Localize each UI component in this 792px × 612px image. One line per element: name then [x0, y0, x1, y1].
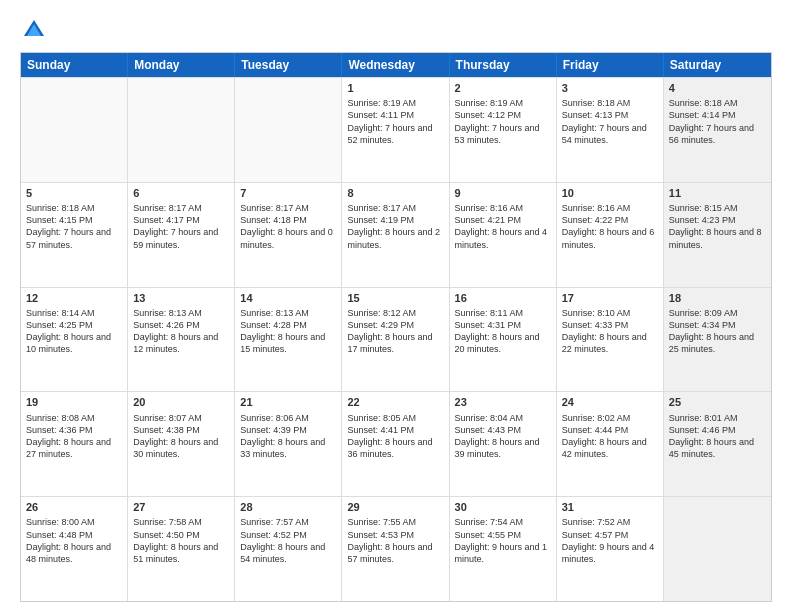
cell-info: Sunrise: 8:11 AMSunset: 4:31 PMDaylight:… — [455, 307, 551, 356]
cell-info: Sunrise: 8:06 AMSunset: 4:39 PMDaylight:… — [240, 412, 336, 461]
day-number: 1 — [347, 81, 443, 95]
calendar-cell-4-5: 31Sunrise: 7:52 AMSunset: 4:57 PMDayligh… — [557, 497, 664, 601]
page: SundayMondayTuesdayWednesdayThursdayFrid… — [0, 0, 792, 612]
calendar-cell-2-4: 16Sunrise: 8:11 AMSunset: 4:31 PMDayligh… — [450, 288, 557, 392]
calendar-cell-3-6: 25Sunrise: 8:01 AMSunset: 4:46 PMDayligh… — [664, 392, 771, 496]
day-number: 15 — [347, 291, 443, 305]
header — [20, 16, 772, 44]
day-number: 30 — [455, 500, 551, 514]
cell-info: Sunrise: 8:19 AMSunset: 4:11 PMDaylight:… — [347, 97, 443, 146]
cell-info: Sunrise: 8:09 AMSunset: 4:34 PMDaylight:… — [669, 307, 766, 356]
calendar-cell-0-5: 3Sunrise: 8:18 AMSunset: 4:13 PMDaylight… — [557, 78, 664, 182]
cell-info: Sunrise: 8:12 AMSunset: 4:29 PMDaylight:… — [347, 307, 443, 356]
day-number: 6 — [133, 186, 229, 200]
logo — [20, 16, 52, 44]
day-number: 8 — [347, 186, 443, 200]
cell-info: Sunrise: 7:52 AMSunset: 4:57 PMDaylight:… — [562, 516, 658, 565]
calendar-header: SundayMondayTuesdayWednesdayThursdayFrid… — [21, 53, 771, 77]
cell-info: Sunrise: 8:01 AMSunset: 4:46 PMDaylight:… — [669, 412, 766, 461]
day-number: 16 — [455, 291, 551, 305]
calendar-row-2: 12Sunrise: 8:14 AMSunset: 4:25 PMDayligh… — [21, 287, 771, 392]
day-number: 18 — [669, 291, 766, 305]
cell-info: Sunrise: 8:04 AMSunset: 4:43 PMDaylight:… — [455, 412, 551, 461]
cell-info: Sunrise: 8:00 AMSunset: 4:48 PMDaylight:… — [26, 516, 122, 565]
cell-info: Sunrise: 8:18 AMSunset: 4:13 PMDaylight:… — [562, 97, 658, 146]
calendar-cell-1-1: 6Sunrise: 8:17 AMSunset: 4:17 PMDaylight… — [128, 183, 235, 287]
cell-info: Sunrise: 8:02 AMSunset: 4:44 PMDaylight:… — [562, 412, 658, 461]
calendar-row-0: 1Sunrise: 8:19 AMSunset: 4:11 PMDaylight… — [21, 77, 771, 182]
calendar-row-1: 5Sunrise: 8:18 AMSunset: 4:15 PMDaylight… — [21, 182, 771, 287]
calendar-cell-4-1: 27Sunrise: 7:58 AMSunset: 4:50 PMDayligh… — [128, 497, 235, 601]
logo-icon — [20, 16, 48, 44]
calendar-cell-0-0 — [21, 78, 128, 182]
calendar-cell-1-4: 9Sunrise: 8:16 AMSunset: 4:21 PMDaylight… — [450, 183, 557, 287]
day-number: 2 — [455, 81, 551, 95]
calendar-cell-3-3: 22Sunrise: 8:05 AMSunset: 4:41 PMDayligh… — [342, 392, 449, 496]
cell-info: Sunrise: 8:17 AMSunset: 4:17 PMDaylight:… — [133, 202, 229, 251]
cell-info: Sunrise: 8:08 AMSunset: 4:36 PMDaylight:… — [26, 412, 122, 461]
calendar-cell-2-0: 12Sunrise: 8:14 AMSunset: 4:25 PMDayligh… — [21, 288, 128, 392]
cell-info: Sunrise: 7:58 AMSunset: 4:50 PMDaylight:… — [133, 516, 229, 565]
cell-info: Sunrise: 8:05 AMSunset: 4:41 PMDaylight:… — [347, 412, 443, 461]
calendar-cell-3-0: 19Sunrise: 8:08 AMSunset: 4:36 PMDayligh… — [21, 392, 128, 496]
cell-info: Sunrise: 8:19 AMSunset: 4:12 PMDaylight:… — [455, 97, 551, 146]
cell-info: Sunrise: 8:10 AMSunset: 4:33 PMDaylight:… — [562, 307, 658, 356]
calendar: SundayMondayTuesdayWednesdayThursdayFrid… — [20, 52, 772, 602]
calendar-cell-0-1 — [128, 78, 235, 182]
calendar-cell-3-5: 24Sunrise: 8:02 AMSunset: 4:44 PMDayligh… — [557, 392, 664, 496]
day-number: 19 — [26, 395, 122, 409]
day-number: 24 — [562, 395, 658, 409]
cell-info: Sunrise: 8:13 AMSunset: 4:28 PMDaylight:… — [240, 307, 336, 356]
day-number: 12 — [26, 291, 122, 305]
day-number: 3 — [562, 81, 658, 95]
calendar-cell-3-1: 20Sunrise: 8:07 AMSunset: 4:38 PMDayligh… — [128, 392, 235, 496]
day-number: 13 — [133, 291, 229, 305]
calendar-cell-0-4: 2Sunrise: 8:19 AMSunset: 4:12 PMDaylight… — [450, 78, 557, 182]
calendar-cell-4-4: 30Sunrise: 7:54 AMSunset: 4:55 PMDayligh… — [450, 497, 557, 601]
day-number: 27 — [133, 500, 229, 514]
header-day-thursday: Thursday — [450, 53, 557, 77]
day-number: 10 — [562, 186, 658, 200]
header-day-saturday: Saturday — [664, 53, 771, 77]
calendar-cell-0-2 — [235, 78, 342, 182]
calendar-cell-2-5: 17Sunrise: 8:10 AMSunset: 4:33 PMDayligh… — [557, 288, 664, 392]
calendar-row-3: 19Sunrise: 8:08 AMSunset: 4:36 PMDayligh… — [21, 391, 771, 496]
cell-info: Sunrise: 8:16 AMSunset: 4:22 PMDaylight:… — [562, 202, 658, 251]
cell-info: Sunrise: 8:18 AMSunset: 4:15 PMDaylight:… — [26, 202, 122, 251]
cell-info: Sunrise: 7:57 AMSunset: 4:52 PMDaylight:… — [240, 516, 336, 565]
header-day-sunday: Sunday — [21, 53, 128, 77]
day-number: 4 — [669, 81, 766, 95]
calendar-cell-0-3: 1Sunrise: 8:19 AMSunset: 4:11 PMDaylight… — [342, 78, 449, 182]
day-number: 5 — [26, 186, 122, 200]
day-number: 20 — [133, 395, 229, 409]
cell-info: Sunrise: 7:54 AMSunset: 4:55 PMDaylight:… — [455, 516, 551, 565]
day-number: 21 — [240, 395, 336, 409]
cell-info: Sunrise: 8:14 AMSunset: 4:25 PMDaylight:… — [26, 307, 122, 356]
calendar-cell-2-3: 15Sunrise: 8:12 AMSunset: 4:29 PMDayligh… — [342, 288, 449, 392]
calendar-cell-3-2: 21Sunrise: 8:06 AMSunset: 4:39 PMDayligh… — [235, 392, 342, 496]
calendar-cell-1-0: 5Sunrise: 8:18 AMSunset: 4:15 PMDaylight… — [21, 183, 128, 287]
day-number: 14 — [240, 291, 336, 305]
cell-info: Sunrise: 8:17 AMSunset: 4:19 PMDaylight:… — [347, 202, 443, 251]
cell-info: Sunrise: 7:55 AMSunset: 4:53 PMDaylight:… — [347, 516, 443, 565]
day-number: 26 — [26, 500, 122, 514]
day-number: 22 — [347, 395, 443, 409]
cell-info: Sunrise: 8:18 AMSunset: 4:14 PMDaylight:… — [669, 97, 766, 146]
day-number: 29 — [347, 500, 443, 514]
calendar-row-4: 26Sunrise: 8:00 AMSunset: 4:48 PMDayligh… — [21, 496, 771, 601]
calendar-cell-3-4: 23Sunrise: 8:04 AMSunset: 4:43 PMDayligh… — [450, 392, 557, 496]
cell-info: Sunrise: 8:16 AMSunset: 4:21 PMDaylight:… — [455, 202, 551, 251]
header-day-tuesday: Tuesday — [235, 53, 342, 77]
header-day-wednesday: Wednesday — [342, 53, 449, 77]
day-number: 23 — [455, 395, 551, 409]
cell-info: Sunrise: 8:17 AMSunset: 4:18 PMDaylight:… — [240, 202, 336, 251]
calendar-body: 1Sunrise: 8:19 AMSunset: 4:11 PMDaylight… — [21, 77, 771, 601]
header-day-monday: Monday — [128, 53, 235, 77]
day-number: 31 — [562, 500, 658, 514]
calendar-cell-1-6: 11Sunrise: 8:15 AMSunset: 4:23 PMDayligh… — [664, 183, 771, 287]
day-number: 25 — [669, 395, 766, 409]
day-number: 28 — [240, 500, 336, 514]
day-number: 17 — [562, 291, 658, 305]
cell-info: Sunrise: 8:13 AMSunset: 4:26 PMDaylight:… — [133, 307, 229, 356]
calendar-cell-1-3: 8Sunrise: 8:17 AMSunset: 4:19 PMDaylight… — [342, 183, 449, 287]
